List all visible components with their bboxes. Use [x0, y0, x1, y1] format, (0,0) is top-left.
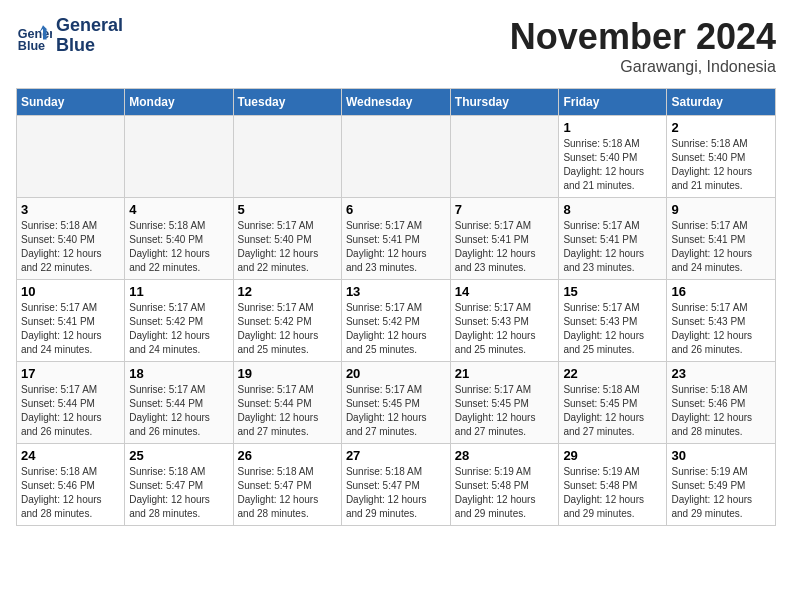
day-info: Sunrise: 5:18 AM Sunset: 5:40 PM Dayligh… [671, 137, 771, 193]
calendar-cell: 16Sunrise: 5:17 AM Sunset: 5:43 PM Dayli… [667, 280, 776, 362]
day-number: 20 [346, 366, 446, 381]
calendar-cell: 11Sunrise: 5:17 AM Sunset: 5:42 PM Dayli… [125, 280, 233, 362]
day-number: 9 [671, 202, 771, 217]
day-number: 8 [563, 202, 662, 217]
day-info: Sunrise: 5:17 AM Sunset: 5:44 PM Dayligh… [129, 383, 228, 439]
day-info: Sunrise: 5:18 AM Sunset: 5:47 PM Dayligh… [129, 465, 228, 521]
day-header-tuesday: Tuesday [233, 89, 341, 116]
day-info: Sunrise: 5:19 AM Sunset: 5:48 PM Dayligh… [455, 465, 555, 521]
calendar-cell: 17Sunrise: 5:17 AM Sunset: 5:44 PM Dayli… [17, 362, 125, 444]
day-number: 18 [129, 366, 228, 381]
day-number: 5 [238, 202, 337, 217]
calendar-week-row: 10Sunrise: 5:17 AM Sunset: 5:41 PM Dayli… [17, 280, 776, 362]
day-info: Sunrise: 5:17 AM Sunset: 5:45 PM Dayligh… [455, 383, 555, 439]
day-number: 23 [671, 366, 771, 381]
day-number: 12 [238, 284, 337, 299]
calendar-cell [233, 116, 341, 198]
logo: General Blue General Blue [16, 16, 123, 56]
calendar-cell [341, 116, 450, 198]
calendar-cell: 23Sunrise: 5:18 AM Sunset: 5:46 PM Dayli… [667, 362, 776, 444]
calendar-cell: 21Sunrise: 5:17 AM Sunset: 5:45 PM Dayli… [450, 362, 559, 444]
calendar-cell: 12Sunrise: 5:17 AM Sunset: 5:42 PM Dayli… [233, 280, 341, 362]
day-number: 16 [671, 284, 771, 299]
calendar-cell: 26Sunrise: 5:18 AM Sunset: 5:47 PM Dayli… [233, 444, 341, 526]
calendar-cell [17, 116, 125, 198]
day-header-friday: Friday [559, 89, 667, 116]
day-number: 15 [563, 284, 662, 299]
day-info: Sunrise: 5:17 AM Sunset: 5:43 PM Dayligh… [671, 301, 771, 357]
day-info: Sunrise: 5:18 AM Sunset: 5:40 PM Dayligh… [21, 219, 120, 275]
day-info: Sunrise: 5:18 AM Sunset: 5:40 PM Dayligh… [563, 137, 662, 193]
svg-text:Blue: Blue [18, 39, 45, 53]
calendar-cell: 15Sunrise: 5:17 AM Sunset: 5:43 PM Dayli… [559, 280, 667, 362]
day-info: Sunrise: 5:17 AM Sunset: 5:42 PM Dayligh… [238, 301, 337, 357]
day-header-wednesday: Wednesday [341, 89, 450, 116]
day-number: 22 [563, 366, 662, 381]
calendar-cell: 22Sunrise: 5:18 AM Sunset: 5:45 PM Dayli… [559, 362, 667, 444]
calendar-cell: 4Sunrise: 5:18 AM Sunset: 5:40 PM Daylig… [125, 198, 233, 280]
day-info: Sunrise: 5:18 AM Sunset: 5:45 PM Dayligh… [563, 383, 662, 439]
calendar-cell [125, 116, 233, 198]
calendar-cell: 20Sunrise: 5:17 AM Sunset: 5:45 PM Dayli… [341, 362, 450, 444]
calendar-cell: 5Sunrise: 5:17 AM Sunset: 5:40 PM Daylig… [233, 198, 341, 280]
day-number: 7 [455, 202, 555, 217]
day-info: Sunrise: 5:17 AM Sunset: 5:45 PM Dayligh… [346, 383, 446, 439]
logo-text: General Blue [56, 16, 123, 56]
day-info: Sunrise: 5:17 AM Sunset: 5:41 PM Dayligh… [671, 219, 771, 275]
day-info: Sunrise: 5:19 AM Sunset: 5:49 PM Dayligh… [671, 465, 771, 521]
day-number: 30 [671, 448, 771, 463]
calendar-cell: 7Sunrise: 5:17 AM Sunset: 5:41 PM Daylig… [450, 198, 559, 280]
day-info: Sunrise: 5:18 AM Sunset: 5:46 PM Dayligh… [671, 383, 771, 439]
calendar-cell: 8Sunrise: 5:17 AM Sunset: 5:41 PM Daylig… [559, 198, 667, 280]
logo-icon: General Blue [16, 18, 52, 54]
day-number: 28 [455, 448, 555, 463]
calendar-cell: 24Sunrise: 5:18 AM Sunset: 5:46 PM Dayli… [17, 444, 125, 526]
day-number: 19 [238, 366, 337, 381]
day-info: Sunrise: 5:17 AM Sunset: 5:44 PM Dayligh… [238, 383, 337, 439]
day-header-monday: Monday [125, 89, 233, 116]
day-number: 26 [238, 448, 337, 463]
day-info: Sunrise: 5:17 AM Sunset: 5:41 PM Dayligh… [21, 301, 120, 357]
day-number: 21 [455, 366, 555, 381]
calendar-cell [450, 116, 559, 198]
title-section: November 2024 Garawangi, Indonesia [510, 16, 776, 76]
page-header: General Blue General Blue November 2024 … [16, 16, 776, 76]
day-info: Sunrise: 5:17 AM Sunset: 5:42 PM Dayligh… [129, 301, 228, 357]
calendar-cell: 14Sunrise: 5:17 AM Sunset: 5:43 PM Dayli… [450, 280, 559, 362]
calendar-cell: 6Sunrise: 5:17 AM Sunset: 5:41 PM Daylig… [341, 198, 450, 280]
day-info: Sunrise: 5:18 AM Sunset: 5:40 PM Dayligh… [129, 219, 228, 275]
day-info: Sunrise: 5:17 AM Sunset: 5:40 PM Dayligh… [238, 219, 337, 275]
day-number: 11 [129, 284, 228, 299]
calendar-cell: 19Sunrise: 5:17 AM Sunset: 5:44 PM Dayli… [233, 362, 341, 444]
calendar-cell: 28Sunrise: 5:19 AM Sunset: 5:48 PM Dayli… [450, 444, 559, 526]
day-number: 25 [129, 448, 228, 463]
day-number: 10 [21, 284, 120, 299]
month-title: November 2024 [510, 16, 776, 58]
day-number: 14 [455, 284, 555, 299]
day-number: 1 [563, 120, 662, 135]
day-info: Sunrise: 5:17 AM Sunset: 5:42 PM Dayligh… [346, 301, 446, 357]
calendar-cell: 25Sunrise: 5:18 AM Sunset: 5:47 PM Dayli… [125, 444, 233, 526]
day-info: Sunrise: 5:17 AM Sunset: 5:41 PM Dayligh… [455, 219, 555, 275]
day-number: 2 [671, 120, 771, 135]
day-number: 29 [563, 448, 662, 463]
location-title: Garawangi, Indonesia [510, 58, 776, 76]
day-info: Sunrise: 5:17 AM Sunset: 5:44 PM Dayligh… [21, 383, 120, 439]
calendar-week-row: 3Sunrise: 5:18 AM Sunset: 5:40 PM Daylig… [17, 198, 776, 280]
calendar-week-row: 17Sunrise: 5:17 AM Sunset: 5:44 PM Dayli… [17, 362, 776, 444]
calendar-cell: 29Sunrise: 5:19 AM Sunset: 5:48 PM Dayli… [559, 444, 667, 526]
day-info: Sunrise: 5:18 AM Sunset: 5:46 PM Dayligh… [21, 465, 120, 521]
calendar-cell: 1Sunrise: 5:18 AM Sunset: 5:40 PM Daylig… [559, 116, 667, 198]
day-number: 6 [346, 202, 446, 217]
day-number: 24 [21, 448, 120, 463]
calendar-cell: 3Sunrise: 5:18 AM Sunset: 5:40 PM Daylig… [17, 198, 125, 280]
calendar-cell: 18Sunrise: 5:17 AM Sunset: 5:44 PM Dayli… [125, 362, 233, 444]
calendar-cell: 9Sunrise: 5:17 AM Sunset: 5:41 PM Daylig… [667, 198, 776, 280]
day-header-thursday: Thursday [450, 89, 559, 116]
day-number: 27 [346, 448, 446, 463]
day-info: Sunrise: 5:19 AM Sunset: 5:48 PM Dayligh… [563, 465, 662, 521]
calendar-week-row: 24Sunrise: 5:18 AM Sunset: 5:46 PM Dayli… [17, 444, 776, 526]
calendar-cell: 10Sunrise: 5:17 AM Sunset: 5:41 PM Dayli… [17, 280, 125, 362]
day-info: Sunrise: 5:17 AM Sunset: 5:41 PM Dayligh… [346, 219, 446, 275]
day-info: Sunrise: 5:17 AM Sunset: 5:43 PM Dayligh… [563, 301, 662, 357]
